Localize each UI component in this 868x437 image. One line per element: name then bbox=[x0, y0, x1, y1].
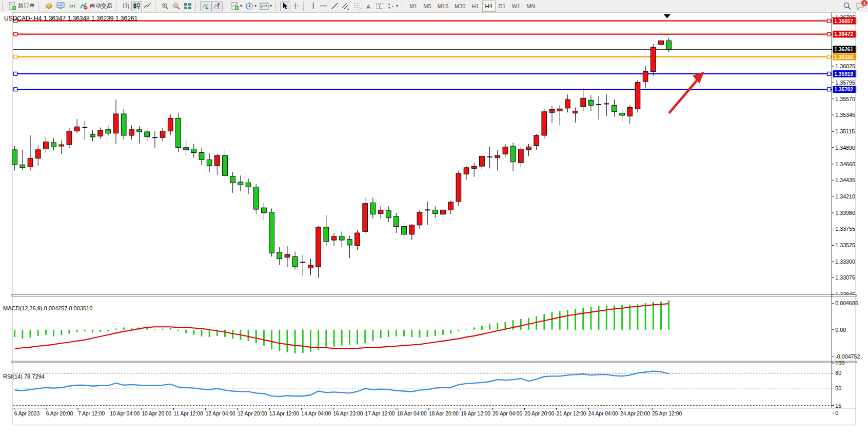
line-handle[interactable] bbox=[14, 88, 17, 91]
timeframe-W1[interactable]: W1 bbox=[509, 1, 524, 12]
toolbar-separator bbox=[195, 2, 199, 11]
bull-candle bbox=[308, 265, 313, 268]
line-handle[interactable] bbox=[827, 19, 831, 23]
dropdown-caret: ▾ bbox=[254, 4, 257, 8]
price-tag-label: 1.36156 bbox=[834, 54, 853, 60]
bull-candle bbox=[355, 233, 360, 246]
bear-candle bbox=[612, 105, 617, 112]
notifications-button[interactable]: 1 bbox=[856, 2, 865, 10]
timeframe-D1[interactable]: D1 bbox=[496, 1, 509, 12]
bear-candle bbox=[386, 211, 391, 218]
timeframe-M5[interactable]: M5 bbox=[420, 1, 434, 12]
bear-candle bbox=[184, 148, 189, 150]
macd-main-value: 0.004257 bbox=[44, 305, 67, 311]
bull-candle bbox=[129, 130, 134, 135]
price-tag-label: 1.36472 bbox=[834, 31, 853, 37]
text-tool-button[interactable]: A bbox=[364, 1, 374, 11]
indicators-button[interactable]: ▾ bbox=[229, 1, 244, 11]
line-handle[interactable] bbox=[827, 72, 831, 75]
bull-candle bbox=[378, 210, 383, 213]
bull-candle bbox=[44, 142, 49, 149]
bear-candle bbox=[269, 212, 274, 253]
time-tick-label: 18 Apr 04:00 bbox=[397, 411, 427, 416]
line-handle[interactable] bbox=[14, 55, 17, 58]
main-toolbar: 新订单 自动交易 ▾ ▾ bbox=[0, 0, 868, 12]
candlestick-mode-button[interactable] bbox=[131, 1, 142, 11]
bar-chart-mode-button[interactable] bbox=[121, 1, 131, 11]
bear-candle bbox=[106, 130, 111, 133]
chart-canvas[interactable]: 1.367051.360251.357951.355701.353451.351… bbox=[0, 12, 868, 437]
toolbar-separator bbox=[402, 2, 405, 11]
timeframe-H4[interactable]: H4 bbox=[482, 1, 496, 12]
timeframe-buttons: M1M5M15M30H1H4D1W1MN bbox=[406, 1, 538, 12]
market-watch-button[interactable] bbox=[55, 1, 67, 11]
periods-button[interactable]: ▾ bbox=[244, 1, 258, 11]
text-label-tool-button[interactable]: T bbox=[374, 1, 385, 11]
line-handle[interactable] bbox=[827, 88, 831, 91]
crosshair-icon bbox=[292, 2, 300, 10]
auto-trading-button[interactable]: 自动交易 bbox=[78, 1, 114, 11]
time-tick-label: 21 Apr 12:00 bbox=[557, 411, 586, 416]
bear-candle bbox=[199, 153, 204, 160]
timeframe-M1[interactable]: M1 bbox=[406, 1, 420, 12]
line-handle[interactable] bbox=[14, 32, 17, 36]
bull-candle bbox=[464, 168, 469, 174]
auto-scroll-button[interactable] bbox=[200, 1, 211, 11]
toolbar-separator bbox=[116, 2, 119, 11]
monitor-icon bbox=[56, 2, 65, 10]
indicators-icon bbox=[231, 2, 239, 10]
search-icon[interactable] bbox=[843, 2, 852, 10]
panel-splitter[interactable] bbox=[12, 361, 856, 363]
bull-candle bbox=[28, 158, 33, 167]
zoom-out-icon bbox=[172, 2, 181, 10]
fibonacci-tool-button[interactable]: F bbox=[352, 1, 364, 11]
bull-candle bbox=[526, 147, 531, 150]
rsi-tick-label: 50 bbox=[835, 385, 841, 391]
zoom-in-button[interactable] bbox=[160, 1, 171, 11]
tile-windows-button[interactable] bbox=[182, 1, 193, 11]
timeframe-MN[interactable]: MN bbox=[523, 1, 538, 12]
history-center-button[interactable] bbox=[43, 1, 55, 11]
bull-candle bbox=[441, 210, 446, 214]
new-order-button[interactable]: 新订单 bbox=[7, 1, 36, 11]
bear-candle bbox=[230, 176, 235, 183]
time-tick-label: 10 Apr 20:00 bbox=[142, 411, 171, 416]
price-tag-label: 1.35919 bbox=[834, 71, 853, 77]
zoom-out-button[interactable] bbox=[171, 1, 182, 11]
templates-button[interactable]: ▾ bbox=[258, 1, 273, 11]
ohlc-bars-icon bbox=[122, 2, 130, 10]
time-tick-label: 10 Apr 04:00 bbox=[110, 411, 140, 416]
bear-candle bbox=[191, 149, 196, 153]
price-tick-label: 1.35115 bbox=[835, 128, 855, 134]
candlestick-icon bbox=[133, 2, 141, 10]
timeframe-H1[interactable]: H1 bbox=[468, 1, 482, 12]
timeframe-M30[interactable]: M30 bbox=[451, 1, 468, 12]
macd-tick-label: -0.004752 bbox=[835, 353, 860, 360]
signals-button[interactable] bbox=[67, 1, 78, 11]
toolbar-separator bbox=[2, 2, 5, 11]
horizontal-line-tool-button[interactable] bbox=[318, 1, 329, 11]
line-handle[interactable] bbox=[827, 55, 831, 58]
bull-candle bbox=[503, 147, 508, 154]
line-handle[interactable] bbox=[827, 32, 831, 36]
bull-candle bbox=[471, 166, 477, 168]
timeframe-M15[interactable]: M15 bbox=[435, 1, 451, 12]
vertical-line-tool-button[interactable] bbox=[308, 1, 318, 11]
arrows-tool-button[interactable]: ▾ bbox=[385, 1, 400, 11]
price-tick-label: 1.34210 bbox=[835, 193, 855, 200]
line-handle[interactable] bbox=[14, 72, 17, 75]
bull-candle bbox=[67, 131, 72, 145]
trendline-tool-button[interactable] bbox=[329, 1, 340, 11]
bull-candle bbox=[214, 155, 220, 166]
bear-candle bbox=[262, 208, 267, 213]
crosshair-tool-button[interactable] bbox=[290, 1, 301, 11]
panel-splitter[interactable] bbox=[12, 295, 856, 296]
toolbar-separator bbox=[225, 2, 228, 11]
line-chart-mode-button[interactable] bbox=[142, 1, 153, 11]
cursor-tool-button[interactable] bbox=[280, 1, 290, 11]
bull-candle bbox=[285, 254, 290, 257]
chart-shift-button[interactable] bbox=[211, 1, 223, 11]
bull-candle bbox=[480, 156, 485, 167]
bear-candle bbox=[137, 130, 142, 132]
equidistant-channel-tool-button[interactable]: E bbox=[340, 1, 352, 11]
